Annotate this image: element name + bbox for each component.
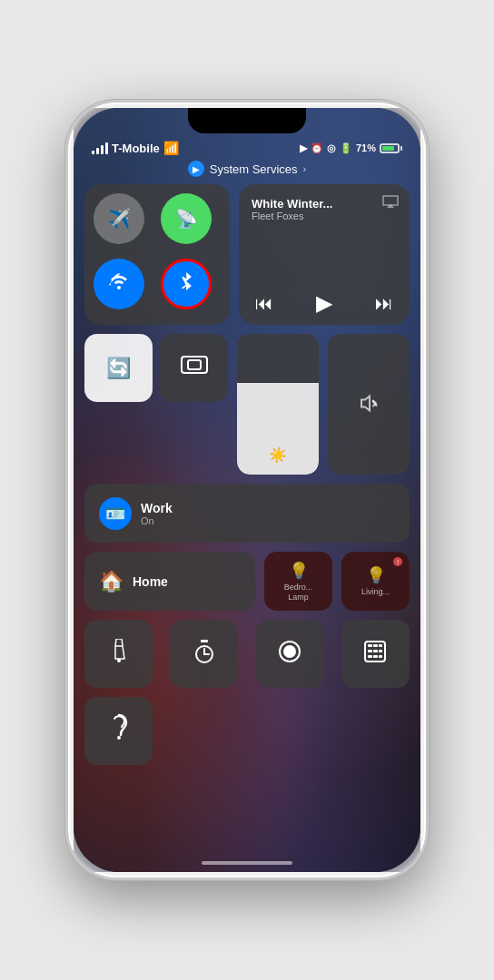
svg-rect-4 [201, 640, 208, 642]
np-info: White Winter... Fleet Foxes [252, 193, 397, 221]
svg-rect-14 [368, 650, 372, 652]
living-label: Living... [361, 587, 390, 597]
connectivity-grid: ✈️ 📡 [84, 184, 230, 325]
phone-inner: T-Mobile 📶 ▶ ⏰ ◎ 🔋 71% [74, 108, 420, 872]
np-play-button[interactable]: ▶ [316, 290, 332, 316]
brightness-icon: ☀️ [269, 446, 287, 464]
calculator-icon [363, 640, 387, 669]
small-grid: 🔄 [84, 334, 228, 475]
living-icon: 💡 [366, 565, 386, 585]
focus-label: Work [141, 501, 173, 515]
home-row: 🏠 Home 💡 Bedro...Lamp 💡 Living... ! [84, 552, 410, 611]
screen-content: T-Mobile 📶 ▶ ⏰ ◎ 🔋 71% [74, 108, 420, 872]
wifi-button[interactable] [94, 259, 144, 309]
np-controls: ⏮ ▶ ⏭ [252, 290, 397, 316]
notification-dot: ! [393, 557, 402, 566]
notch [188, 108, 306, 133]
row3: 🪪 Work On [84, 484, 410, 543]
screen-mirror-button[interactable] [160, 334, 228, 402]
svg-rect-12 [373, 644, 378, 647]
focus-work-button[interactable]: 🪪 Work On [84, 484, 410, 543]
screen-time-icon: ◎ [327, 142, 336, 154]
svg-rect-13 [379, 644, 382, 647]
volume-slider[interactable] [328, 334, 410, 475]
bottom-row [84, 620, 410, 688]
flashlight-icon [109, 639, 129, 670]
now-playing-widget[interactable]: White Winter... Fleet Foxes ⏮ ▶ ⏭ [239, 184, 410, 325]
row2: 🔄 [84, 334, 410, 475]
battery-visual [380, 143, 402, 153]
svg-rect-16 [379, 650, 382, 652]
home-label: Home [133, 574, 168, 589]
home-indicator [202, 861, 292, 865]
carrier-label: T-Mobile [112, 142, 160, 155]
svg-rect-19 [379, 655, 382, 658]
home-button[interactable]: 🏠 Home [84, 552, 255, 611]
airplane-mode-button[interactable]: ✈️ [94, 193, 144, 244]
status-right: ▶ ⏰ ◎ 🔋 71% [300, 142, 402, 154]
last-row [84, 697, 410, 765]
screen-record-button[interactable] [256, 620, 324, 688]
battery-percent: 71% [356, 142, 376, 153]
screen-mirror-icon [181, 356, 208, 381]
np-next-button[interactable]: ⏭ [375, 293, 393, 314]
svg-point-9 [283, 645, 296, 658]
status-left: T-Mobile 📶 [92, 141, 179, 155]
hearing-icon [105, 713, 133, 749]
control-center-container: ✈️ 📡 [74, 184, 420, 872]
chevron-right-icon: › [303, 163, 307, 174]
focus-icon-wrap: 🪪 [99, 497, 132, 530]
home-icon: 🏠 [99, 570, 124, 593]
airplane-icon: ✈️ [108, 208, 131, 230]
timer-button[interactable] [170, 620, 238, 688]
location-bar[interactable]: ▶ System Services › [188, 161, 306, 177]
calculator-button[interactable] [341, 620, 410, 688]
wifi-icon: 📶 [163, 141, 179, 155]
hearing-button[interactable] [84, 697, 153, 765]
svg-rect-11 [368, 644, 372, 647]
battery-icon-small: 🔋 [340, 142, 352, 154]
svg-rect-17 [368, 655, 372, 658]
screen-lock-button[interactable]: 🔄 [84, 334, 153, 402]
np-prev-button[interactable]: ⏮ [255, 293, 273, 314]
cellular-icon: 📡 [175, 208, 198, 230]
np-title: White Winter... [252, 197, 397, 211]
phone-outer: T-Mobile 📶 ▶ ⏰ ◎ 🔋 71% [65, 100, 429, 880]
volume-mute-icon [359, 392, 379, 416]
signal-bars [92, 142, 108, 154]
focus-text: Work On [141, 501, 173, 526]
np-artist: Fleet Foxes [252, 211, 397, 221]
bedroom-lamp-icon: 💡 [289, 561, 309, 581]
svg-point-20 [117, 736, 121, 740]
svg-rect-18 [373, 655, 378, 658]
bluetooth-icon [178, 271, 194, 296]
work-icon: 🪪 [105, 504, 125, 524]
bluetooth-button[interactable] [161, 259, 212, 309]
location-icon: ▶ [188, 161, 204, 177]
svg-rect-15 [373, 650, 378, 652]
screen-record-icon [278, 640, 301, 669]
location-status-icon: ▶ [300, 142, 307, 154]
system-services-label: System Services [210, 162, 298, 176]
sliders-col: ☀️ [237, 334, 410, 475]
bedroom-lamp-button[interactable]: 💡 Bedro...Lamp [264, 552, 332, 611]
screen-lock-icon: 🔄 [106, 357, 131, 380]
svg-rect-0 [182, 357, 207, 373]
living-room-button[interactable]: 💡 Living... ! [341, 552, 410, 611]
bedroom-lamp-label: Bedro...Lamp [284, 583, 313, 603]
alarm-icon: ⏰ [311, 142, 323, 154]
wifi-btn-icon [109, 273, 129, 294]
top-row: ✈️ 📡 [84, 184, 410, 325]
cellular-button[interactable]: 📡 [161, 193, 212, 244]
timer-icon [192, 639, 217, 670]
svg-point-3 [117, 659, 121, 662]
flashlight-button[interactable] [84, 620, 153, 688]
focus-sub: On [141, 515, 173, 526]
airplay-icon[interactable] [382, 193, 399, 212]
svg-rect-1 [188, 360, 201, 369]
brightness-slider[interactable]: ☀️ [237, 334, 319, 475]
